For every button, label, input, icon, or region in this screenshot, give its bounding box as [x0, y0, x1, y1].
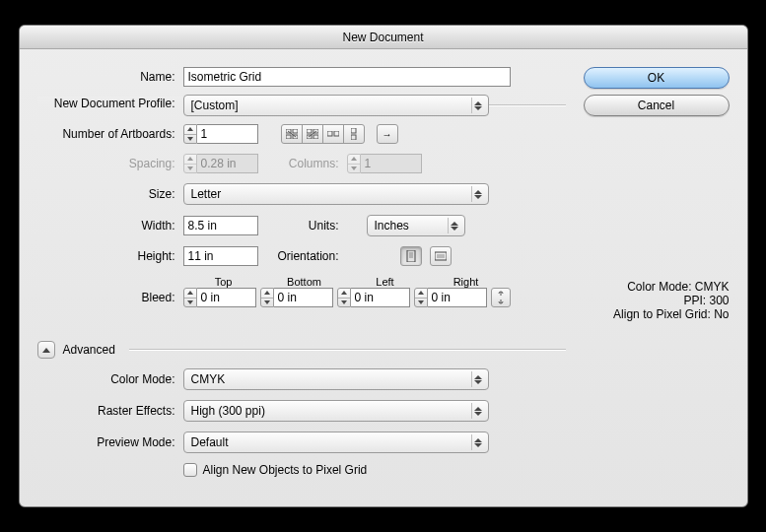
height-label: Height:: [37, 249, 183, 263]
summary-align: Align to Pixel Grid: No: [584, 307, 730, 321]
bleed-bottom-input[interactable]: [274, 288, 333, 307]
layout-grid-row-icon[interactable]: [281, 124, 303, 144]
raster-label: Raster Effects:: [37, 404, 183, 418]
bleed-left-stepper[interactable]: [337, 288, 410, 307]
name-input[interactable]: [183, 67, 511, 87]
advanced-toggle[interactable]: [37, 341, 55, 359]
width-label: Width:: [37, 219, 183, 233]
summary-color-mode: Color Mode: CMYK: [584, 280, 730, 294]
columns-input: [361, 154, 422, 173]
cancel-button[interactable]: Cancel: [584, 95, 730, 116]
align-pixel-grid-checkbox[interactable]: [183, 463, 197, 477]
spacing-label: Spacing:: [37, 157, 183, 170]
svg-rect-11: [351, 135, 356, 140]
size-select[interactable]: Letter: [183, 183, 489, 205]
bleed-right-stepper[interactable]: [414, 288, 487, 307]
bleed-left-label: Left: [345, 276, 426, 288]
raster-select[interactable]: High (300 ppi): [183, 400, 489, 422]
bleed-left-input[interactable]: [351, 288, 410, 307]
bleed-link-icon[interactable]: [491, 288, 511, 307]
advanced-label: Advanced: [63, 343, 115, 357]
units-label: Units:: [258, 219, 347, 233]
svg-rect-13: [435, 252, 447, 260]
bleed-right-input[interactable]: [428, 288, 487, 307]
spacing-input: [197, 154, 258, 173]
summary-panel: Color Mode: CMYK PPI: 300 Align to Pixel…: [584, 280, 730, 321]
bleed-bottom-stepper[interactable]: [260, 288, 333, 307]
layout-direction-icon[interactable]: →: [377, 124, 398, 144]
columns-stepper: [347, 154, 422, 173]
align-pixel-grid-label: Align New Objects to Pixel Grid: [203, 463, 368, 477]
svg-rect-1: [293, 129, 298, 133]
bleed-top-input[interactable]: [197, 288, 256, 307]
layout-col-icon[interactable]: [343, 124, 365, 144]
profile-value: [Custom]: [191, 99, 239, 112]
preview-select[interactable]: Default: [183, 432, 489, 453]
svg-rect-9: [334, 131, 339, 136]
new-document-dialog: New Document Name: New Document Profile:…: [19, 25, 748, 507]
artboards-stepper[interactable]: [183, 124, 258, 144]
bleed-top-stepper[interactable]: [183, 288, 256, 307]
raster-value: High (300 ppi): [191, 404, 265, 418]
orientation-landscape-icon[interactable]: [430, 246, 452, 266]
color-mode-label: Color Mode:: [37, 372, 183, 386]
bleed-top-label: Top: [183, 276, 264, 288]
ok-button[interactable]: OK: [584, 67, 730, 89]
size-label: Size:: [37, 187, 183, 201]
titlebar: New Document: [20, 26, 747, 49]
units-value: Inches: [375, 219, 409, 233]
bleed-label: Bleed:: [37, 291, 183, 304]
svg-rect-12: [407, 250, 415, 262]
orientation-label: Orientation:: [258, 249, 347, 263]
artboard-layout-group: →: [282, 124, 398, 144]
svg-rect-10: [351, 128, 356, 133]
profile-label: New Document Profile:: [37, 97, 183, 110]
height-input[interactable]: [183, 246, 258, 266]
preview-label: Preview Mode:: [37, 435, 183, 449]
profile-select[interactable]: [Custom]: [183, 95, 489, 116]
columns-label: Columns:: [258, 157, 347, 170]
bleed-bottom-label: Bottom: [264, 276, 345, 288]
window-title: New Document: [342, 31, 423, 44]
artboards-input[interactable]: [197, 124, 258, 144]
svg-rect-2: [286, 135, 291, 139]
color-mode-select[interactable]: CMYK: [183, 368, 489, 390]
summary-ppi: PPI: 300: [584, 294, 730, 307]
preview-value: Default: [191, 435, 229, 449]
color-mode-value: CMYK: [191, 372, 226, 386]
units-select[interactable]: Inches: [367, 215, 465, 236]
layout-row-icon[interactable]: [322, 124, 344, 144]
name-label: Name:: [37, 70, 183, 84]
spacing-stepper: [183, 154, 258, 173]
orientation-portrait-icon[interactable]: [400, 246, 422, 266]
bleed-right-label: Right: [426, 276, 507, 288]
svg-rect-7: [313, 135, 318, 139]
svg-rect-8: [327, 131, 332, 136]
size-value: Letter: [191, 187, 222, 201]
width-input[interactable]: [183, 216, 258, 235]
artboards-label: Number of Artboards:: [37, 127, 183, 141]
layout-grid-col-icon[interactable]: [302, 124, 323, 144]
svg-rect-4: [307, 129, 312, 133]
